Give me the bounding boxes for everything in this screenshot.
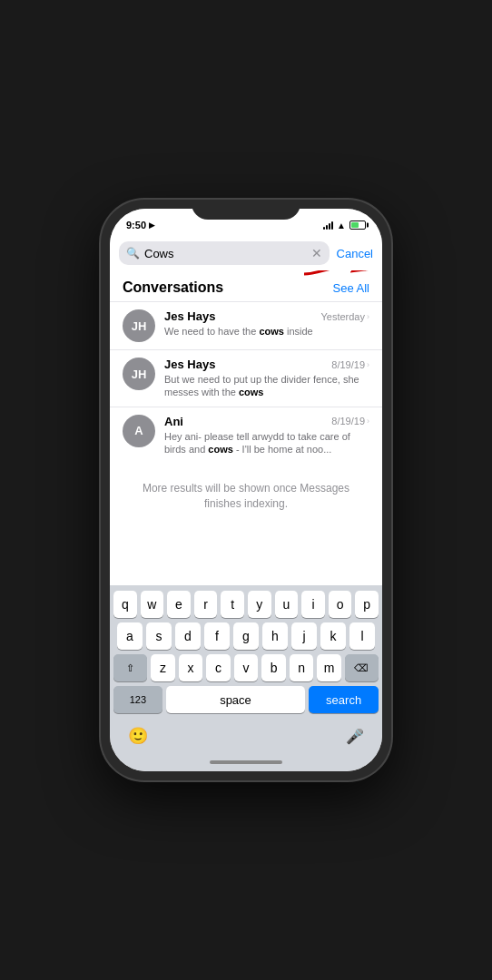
conv-body-1: Jes Hays Yesterday › We need to have the… — [164, 309, 369, 338]
search-input-value[interactable]: Cows — [144, 247, 307, 260]
conv-name-2: Jes Hays — [164, 358, 215, 371]
microphone-button[interactable]: 🎤 — [346, 728, 364, 745]
search-key[interactable]: search — [309, 686, 379, 713]
conversations-header: Conversations See All — [110, 270, 382, 301]
emoji-button[interactable]: 🙂 — [128, 726, 148, 746]
wifi-icon: ▲ — [337, 220, 346, 230]
content-area: Conversations See All — [110, 270, 382, 585]
location-icon: ▶ — [149, 220, 155, 230]
key-i[interactable]: i — [301, 591, 325, 618]
keyboard-row-2: a s d f g h j k l — [113, 622, 379, 650]
key-c[interactable]: c — [206, 654, 231, 681]
key-s[interactable]: s — [146, 622, 172, 650]
conv-top-3: Ani 8/19/19 › — [164, 415, 369, 428]
battery-icon — [349, 220, 366, 230]
numbers-key[interactable]: 123 — [113, 686, 162, 713]
conv-date-2: 8/19/19 › — [331, 359, 369, 370]
chevron-icon-1: › — [367, 312, 369, 321]
conv-preview-3: Hey ani- please tell arwydd to take care… — [164, 430, 369, 456]
key-u[interactable]: u — [275, 591, 299, 618]
key-m[interactable]: m — [317, 654, 341, 681]
clear-search-button[interactable]: ✕ — [311, 246, 322, 260]
conversation-item-2[interactable]: JH Jes Hays 8/19/19 › But we need to put… — [110, 349, 382, 407]
conv-date-3: 8/19/19 › — [331, 416, 369, 426]
conversations-title: Conversations — [123, 279, 223, 296]
phone-frame: 9:50 ▶ ▲ 🔍 Cows ✕ — [101, 200, 391, 780]
conv-date-1: Yesterday › — [320, 311, 369, 322]
avatar-jh-2: JH — [123, 358, 155, 390]
key-x[interactable]: x — [179, 654, 203, 681]
keyboard[interactable]: q w e r t y u i o p a s d f g h j k — [110, 585, 382, 720]
space-key[interactable]: space — [166, 686, 306, 713]
conv-top-2: Jes Hays 8/19/19 › — [164, 358, 369, 371]
see-all-button[interactable]: See All — [333, 281, 369, 295]
key-f[interactable]: f — [204, 622, 230, 650]
key-t[interactable]: t — [221, 591, 244, 618]
search-magnifier-icon: 🔍 — [126, 247, 140, 260]
conv-body-2: Jes Hays 8/19/19 › But we need to put up… — [164, 358, 369, 399]
key-j[interactable]: j — [291, 622, 317, 650]
key-g[interactable]: g — [233, 622, 259, 650]
delete-key[interactable]: ⌫ — [345, 654, 379, 681]
key-a[interactable]: a — [117, 622, 143, 650]
avatar-a: A — [123, 415, 155, 447]
more-results-notice: More results will be shown once Messages… — [110, 463, 382, 530]
conv-name-3: Ani — [164, 415, 183, 428]
keyboard-row-1: q w e r t y u i o p — [113, 591, 379, 618]
search-bar-row: 🔍 Cows ✕ Cancel — [110, 236, 382, 270]
chevron-icon-3: › — [367, 416, 369, 426]
keyboard-row-3: ⇧ z x c v b n m ⌫ — [113, 654, 379, 681]
key-z[interactable]: z — [151, 654, 175, 681]
signal-icon — [323, 221, 333, 230]
home-indicator — [110, 757, 382, 771]
key-v[interactable]: v — [234, 654, 259, 681]
conversation-item-1[interactable]: JH Jes Hays Yesterday › We need to have … — [110, 301, 382, 349]
avatar-jh-1: JH — [123, 309, 155, 342]
key-d[interactable]: d — [175, 622, 201, 650]
key-y[interactable]: y — [248, 591, 271, 618]
conversations-list: JH Jes Hays Yesterday › We need to have … — [110, 301, 382, 463]
arrow-see-all-container: See All — [333, 281, 369, 295]
chevron-icon-2: › — [367, 360, 369, 369]
notch — [192, 200, 300, 220]
key-p[interactable]: p — [355, 591, 379, 618]
key-q[interactable]: q — [113, 591, 137, 618]
status-icons: ▲ — [323, 220, 366, 230]
key-l[interactable]: l — [349, 622, 375, 650]
conv-preview-1: We need to have the cows inside — [164, 325, 369, 338]
shift-key[interactable]: ⇧ — [113, 654, 147, 681]
key-k[interactable]: k — [320, 622, 346, 650]
status-time: 9:50 — [126, 220, 146, 230]
phone-screen: 9:50 ▶ ▲ 🔍 Cows ✕ — [110, 209, 382, 771]
key-e[interactable]: e — [167, 591, 191, 618]
conv-top-1: Jes Hays Yesterday › — [164, 309, 369, 323]
key-n[interactable]: n — [290, 654, 314, 681]
key-o[interactable]: o — [329, 591, 352, 618]
cancel-button[interactable]: Cancel — [337, 247, 373, 260]
bottom-bar: 🙂 🎤 — [110, 720, 382, 757]
key-r[interactable]: r — [194, 591, 218, 618]
key-w[interactable]: w — [141, 591, 164, 618]
conv-body-3: Ani 8/19/19 › Hey ani- please tell arwyd… — [164, 415, 369, 456]
search-bar[interactable]: 🔍 Cows ✕ — [119, 241, 330, 265]
red-arrow-icon — [295, 270, 377, 283]
conv-preview-2: But we need to put up the divider fence,… — [164, 373, 369, 399]
key-h[interactable]: h — [262, 622, 288, 650]
keyboard-row-4: 123 space search — [113, 686, 379, 713]
conversation-item-3[interactable]: A Ani 8/19/19 › Hey ani- please tell arw… — [110, 407, 382, 464]
key-b[interactable]: b — [261, 654, 286, 681]
home-bar — [210, 760, 282, 764]
conv-name-1: Jes Hays — [164, 309, 215, 323]
